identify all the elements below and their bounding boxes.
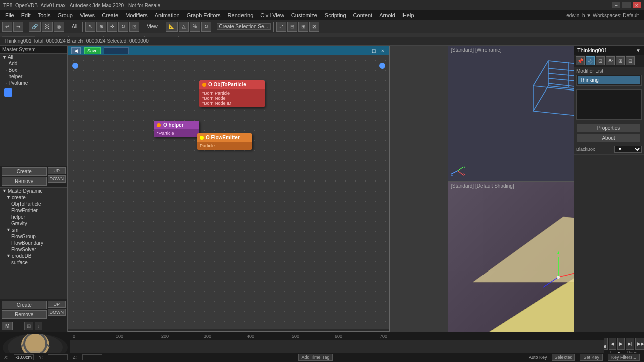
snap-btn[interactable]: 📐: [166, 22, 178, 32]
z-coord-val: [82, 354, 102, 360]
align-btn[interactable]: ⊟: [287, 22, 297, 32]
node-helper[interactable]: O helper *Particle: [154, 121, 199, 137]
tree-sm[interactable]: ▼ sm: [0, 227, 67, 233]
select-btn[interactable]: ↖: [85, 22, 95, 32]
tree-flow-boundary[interactable]: FlowBoundary: [0, 240, 67, 246]
down-btn[interactable]: DOWN: [48, 175, 66, 183]
menu-group[interactable]: Group: [54, 12, 76, 19]
mp-icon3[interactable]: ⊡: [596, 56, 605, 65]
menu-tools[interactable]: Tools: [35, 12, 54, 19]
tree-flow-solver[interactable]: FlowSolver: [0, 246, 67, 253]
selected-btn[interactable]: Selected: [552, 354, 575, 361]
tree-master-dynamic[interactable]: ▼ MasterDynamic: [0, 188, 67, 194]
tree-create[interactable]: ▼ create: [0, 194, 67, 201]
transport-next[interactable]: ▶|: [626, 338, 634, 350]
icon-btn2[interactable]: ↓: [35, 322, 42, 330]
tree-item-add[interactable]: · Add: [0, 60, 67, 67]
remove-btn-2[interactable]: Remove: [2, 310, 47, 319]
menu-arnold[interactable]: Arnold: [376, 12, 398, 19]
mp-modifier-item-thinking[interactable]: Thinking: [578, 76, 640, 84]
minimize-btn[interactable]: −: [612, 2, 620, 8]
tree-item-all[interactable]: ▼ All: [0, 54, 67, 60]
menu-customize[interactable]: Customize: [288, 12, 320, 19]
maximize-btn[interactable]: □: [622, 2, 631, 8]
link-btn[interactable]: 🔗: [29, 22, 41, 32]
tree-item-pvolume[interactable]: · Pvolume: [0, 80, 67, 86]
close-btn[interactable]: ×: [633, 2, 641, 8]
hdr-save-btn[interactable]: Save: [84, 47, 101, 54]
menu-graph-editors[interactable]: Graph Editors: [184, 12, 224, 19]
create-name-input[interactable]: [104, 47, 129, 54]
create-btn-2[interactable]: Create: [2, 301, 47, 309]
menu-file[interactable]: File: [2, 12, 17, 19]
menu-content[interactable]: Content: [350, 12, 376, 19]
panel-restore[interactable]: □: [370, 48, 378, 54]
mp-icon5[interactable]: ⊞: [616, 56, 625, 65]
tick-700: 700: [380, 334, 387, 339]
menu-modifiers[interactable]: Modifiers: [122, 12, 151, 19]
snap2-btn[interactable]: △: [179, 22, 189, 32]
spinner-btn[interactable]: ↻: [201, 22, 211, 32]
select2-btn[interactable]: ⊕: [96, 22, 106, 32]
mp-icon-pin[interactable]: 📌: [576, 56, 585, 65]
menu-create[interactable]: Create: [99, 12, 121, 19]
tree-erodedb[interactable]: ▼ erodeDB: [0, 253, 67, 259]
menu-rendering[interactable]: Rendering: [225, 12, 257, 19]
align2-btn[interactable]: ⊞: [298, 22, 308, 32]
bind-btn[interactable]: ◎: [54, 22, 64, 32]
menu-views[interactable]: Views: [77, 12, 98, 19]
add-time-tag-btn[interactable]: Add Time Tag: [298, 354, 333, 361]
panel-minimize[interactable]: −: [361, 48, 368, 54]
icon-btn1[interactable]: ⊞: [24, 322, 33, 330]
menu-edit[interactable]: Edit: [18, 12, 34, 19]
mp-blackbox-select[interactable]: ▼: [614, 146, 642, 153]
menu-animation[interactable]: Animation: [152, 12, 183, 19]
align3-btn[interactable]: ⊠: [309, 22, 319, 32]
undo-btn[interactable]: ↩: [2, 22, 12, 32]
up-btn-2[interactable]: UP: [48, 301, 66, 308]
mp-icon4[interactable]: 👁: [606, 56, 615, 65]
tree-surface[interactable]: surface: [0, 259, 67, 266]
down-btn-2[interactable]: DOWN: [48, 309, 66, 316]
mp-dropdown-arrow[interactable]: ▼: [636, 48, 641, 53]
tree-helper[interactable]: helper: [0, 214, 67, 220]
panel-close[interactable]: ×: [379, 48, 386, 54]
transport-play[interactable]: ▶: [617, 338, 625, 350]
expand-icon2: ▼: [6, 195, 11, 200]
node-canvas[interactable]: O ObjToParticle *Born Particle *Born Nod…: [68, 55, 389, 329]
menu-civil-view[interactable]: Civil View: [257, 12, 287, 19]
snap3-btn[interactable]: %: [190, 22, 200, 32]
tree-flow-group[interactable]: FlowGroup: [0, 233, 67, 240]
transport-next-key[interactable]: ▶▶|: [635, 338, 644, 350]
menu-scripting[interactable]: Scripting: [321, 12, 349, 19]
transport-prev[interactable]: ◀: [609, 338, 616, 350]
mirror-btn[interactable]: ⇌: [276, 22, 286, 32]
mp-about-btn[interactable]: About: [577, 134, 640, 142]
key-filters-btn[interactable]: Key Filters...: [608, 354, 640, 361]
tree-leaf-icon2: ·: [6, 68, 8, 73]
node-obj-to-particle[interactable]: O ObjToParticle *Born Particle *Born Nod…: [199, 80, 265, 107]
mp-icon6[interactable]: ⊟: [626, 56, 635, 65]
node-flow-emitter[interactable]: O FlowEmitter Particle: [197, 133, 252, 150]
sm-expand-icon: ▼: [6, 227, 11, 232]
up-btn[interactable]: UP: [48, 167, 66, 174]
set-key-btn[interactable]: Set Key: [580, 354, 603, 361]
redo-btn[interactable]: ↪: [13, 22, 23, 32]
svg-point-27: [557, 276, 560, 279]
scale-btn[interactable]: ⊡: [129, 22, 139, 32]
rotate-btn[interactable]: ↻: [118, 22, 128, 32]
tree-item-box[interactable]: · Box: [0, 67, 67, 73]
mp-properties-btn[interactable]: Properties: [577, 124, 640, 132]
tree-item-helper[interactable]: · helper: [0, 73, 67, 80]
tree-flow-emitter[interactable]: FlowEmitter: [0, 207, 67, 214]
mp-icon-active[interactable]: ◎: [586, 56, 595, 65]
hdr-back-btn[interactable]: ◀: [71, 47, 81, 54]
remove-btn[interactable]: Remove: [2, 177, 47, 186]
m-button[interactable]: M: [2, 322, 13, 330]
tree-gravity[interactable]: Gravity: [0, 220, 67, 227]
unlink-btn[interactable]: ⛓: [42, 22, 53, 32]
menu-help[interactable]: Help: [399, 12, 417, 19]
move-btn[interactable]: ✛: [107, 22, 117, 32]
create-btn[interactable]: Create: [2, 167, 47, 176]
tree-obj-to-particle[interactable]: ObjToParticle: [0, 201, 67, 207]
